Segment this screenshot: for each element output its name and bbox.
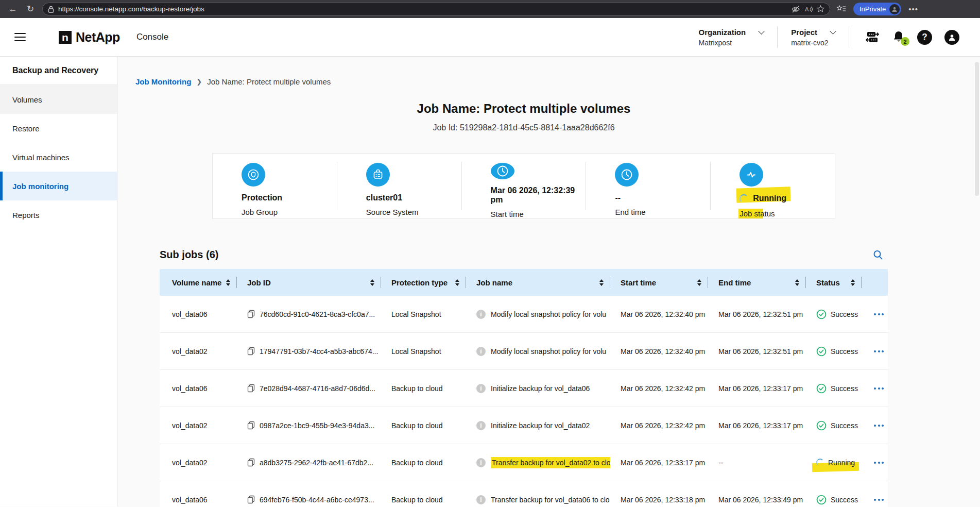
start-time: Mar 06 2026, 12:32:40 pm: [621, 347, 705, 356]
copy-icon[interactable]: [247, 458, 255, 467]
sort-icon[interactable]: [795, 279, 799, 286]
profile-avatar-icon: [889, 4, 900, 14]
sidebar-item-restore[interactable]: Restore: [0, 114, 117, 143]
copy-icon[interactable]: [247, 384, 255, 393]
inprivate-badge[interactable]: InPrivate: [853, 3, 901, 15]
connector-icon[interactable]: [865, 30, 880, 44]
project-label: Project: [791, 28, 817, 37]
end-time: --: [718, 459, 723, 467]
end-time: Mar 06 2026, 12:32:51 pm: [718, 310, 803, 318]
notification-count-badge: 2: [901, 37, 909, 46]
end-time: Mar 06 2026, 12:33:17 pm: [718, 421, 803, 430]
info-icon[interactable]: i: [476, 347, 486, 356]
status-badge: Success: [816, 346, 858, 357]
info-icon[interactable]: i: [476, 310, 486, 319]
address-bar[interactable]: https://console.netapp.com/backup-restor…: [42, 3, 830, 15]
page-title: Job Name: Protect multiple volumes: [160, 102, 888, 116]
browser-menu-button[interactable]: •••: [908, 5, 918, 13]
row-actions-button[interactable]: [872, 459, 886, 467]
summary-item-end-time: -- End time: [586, 154, 710, 218]
table-row[interactable]: vol_data06 694feb76-f50b-4c44-a6bc-ce497…: [160, 481, 888, 507]
volume-name: vol_data02: [172, 459, 208, 467]
success-check-icon: [816, 346, 827, 357]
menu-hamburger-button[interactable]: [14, 30, 26, 44]
job-id: 17947791-03b7-4cc4-a5b3-abc674...: [260, 347, 378, 356]
app-title: Console: [136, 32, 168, 42]
protection-type: Backup to cloud: [391, 384, 443, 393]
favorite-star-icon[interactable]: [817, 5, 824, 13]
status-badge: Success: [816, 495, 858, 505]
job-name: Modify local snapshot policy for volu: [491, 347, 606, 356]
help-icon[interactable]: ?: [917, 30, 932, 45]
summary-item-job-status: Running Job status: [711, 154, 835, 218]
chevron-right-icon: ❯: [196, 78, 202, 86]
sidebar-item-job-monitoring[interactable]: Job monitoring: [0, 172, 117, 200]
start-time: Mar 06 2026, 12:32:42 pm: [621, 421, 705, 430]
clock-icon: [491, 163, 514, 179]
job-id: a8db3275-2962-42fb-ae41-67db2...: [260, 459, 373, 467]
row-actions-button[interactable]: [872, 421, 886, 430]
job-id: 7e028d94-4687-4716-a8d7-06d6d...: [260, 384, 375, 393]
job-name: Initialize backup for vol_data06: [491, 384, 590, 393]
row-actions-button[interactable]: [872, 310, 886, 318]
favorites-bar-icon[interactable]: [836, 5, 846, 13]
copy-icon[interactable]: [247, 310, 255, 318]
project-selector[interactable]: Project matrix-cvo2: [778, 28, 849, 47]
sort-icon[interactable]: [455, 279, 459, 286]
info-icon[interactable]: i: [476, 421, 486, 430]
url-text[interactable]: https://console.netapp.com/backup-restor…: [58, 5, 787, 13]
sort-icon[interactable]: [370, 279, 374, 286]
status-text: Running: [828, 459, 855, 467]
tracking-prevention-icon[interactable]: [791, 6, 800, 13]
copy-icon[interactable]: [247, 347, 255, 356]
row-actions-button[interactable]: [872, 384, 886, 393]
read-aloud-icon[interactable]: A: [804, 6, 813, 13]
lock-icon: [48, 6, 54, 13]
sidebar-item-virtual-machines[interactable]: Virtual machines: [0, 143, 117, 172]
info-icon[interactable]: i: [476, 495, 486, 504]
netapp-logo[interactable]: n NetApp: [59, 30, 120, 45]
app-header: n NetApp Console Organization Matrixpost…: [0, 18, 980, 57]
table-row[interactable]: vol_data02 17947791-03b7-4cc4-a5b3-abc67…: [160, 333, 888, 370]
status-text: Success: [831, 496, 858, 504]
status-badge: Success: [816, 383, 858, 394]
row-actions-button[interactable]: [872, 347, 886, 356]
job-id: 694feb76-f50b-4c44-a6bc-ce4973...: [260, 496, 374, 504]
success-check-icon: [816, 495, 827, 505]
volume-name: vol_data06: [172, 384, 208, 393]
sort-icon[interactable]: [697, 279, 701, 286]
success-check-icon: [816, 309, 827, 319]
copy-icon[interactable]: [247, 495, 255, 504]
browser-refresh-button[interactable]: ↻: [25, 4, 36, 14]
project-value: matrix-cvo2: [791, 39, 835, 47]
account-icon[interactable]: [944, 30, 959, 45]
sidebar-item-reports[interactable]: Reports: [0, 200, 117, 229]
info-icon[interactable]: i: [476, 384, 486, 393]
organization-selector[interactable]: Organization Matrixpost: [685, 28, 777, 47]
protection-shield-icon: [242, 163, 265, 187]
table-row[interactable]: vol_data02 a8db3275-2962-42fb-ae41-67db2…: [160, 444, 888, 481]
subjobs-title: Sub jobs (6): [160, 249, 218, 261]
status-text: Success: [831, 421, 858, 430]
job-id: 76cd60cd-91c0-4621-8ca3-cfc0a7...: [260, 310, 375, 318]
table-row[interactable]: vol_data02 0987a2ce-1bc9-455b-94e3-94da3…: [160, 407, 888, 444]
copy-icon[interactable]: [247, 421, 255, 430]
breadcrumb-job-monitoring-link[interactable]: Job Monitoring: [135, 77, 191, 86]
sort-icon[interactable]: [851, 279, 855, 286]
search-icon[interactable]: [872, 249, 884, 261]
notifications-bell-icon[interactable]: 2: [892, 30, 905, 44]
sidebar-item-volumes[interactable]: Volumes: [0, 85, 117, 114]
browser-back-button[interactable]: ←: [7, 4, 19, 14]
job-summary-card: Protection Job Group cluster01 Sou: [212, 153, 835, 219]
sort-icon[interactable]: [599, 279, 604, 286]
volume-name: vol_data06: [172, 496, 208, 504]
table-row[interactable]: vol_data06 7e028d94-4687-4716-a8d7-06d6d…: [160, 370, 888, 407]
breadcrumb: Job Monitoring ❯ Job Name: Protect multi…: [135, 77, 980, 86]
row-actions-button[interactable]: [872, 496, 886, 504]
info-icon[interactable]: i: [476, 458, 486, 467]
end-time: Mar 06 2026, 12:32:51 pm: [718, 347, 803, 356]
spinner-icon: [816, 459, 824, 466]
sort-icon[interactable]: [226, 279, 230, 286]
page-scrollbar[interactable]: [975, 62, 979, 196]
table-row[interactable]: vol_data06 76cd60cd-91c0-4621-8ca3-cfc0a…: [160, 296, 888, 333]
